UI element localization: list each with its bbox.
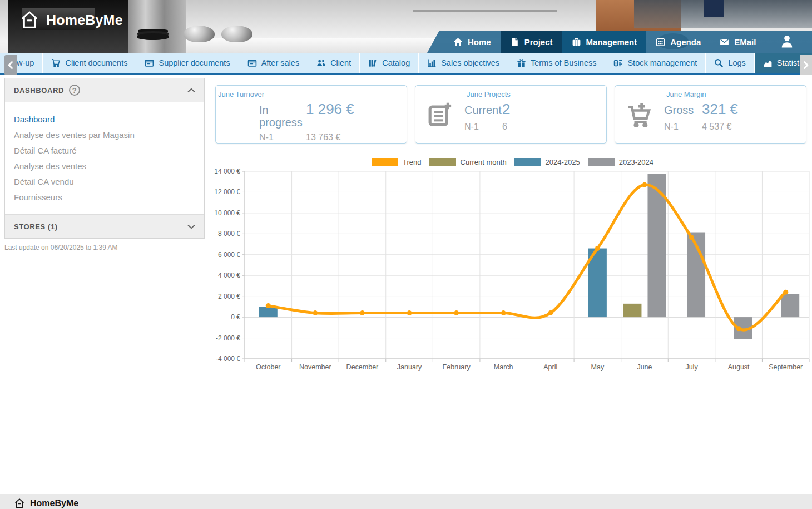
invoice-icon	[247, 58, 257, 68]
subnav-item-label: Client documents	[65, 58, 127, 67]
subnav-item-label: Terms of Business	[531, 58, 596, 67]
header-photo: HomeByMe HomeProjectManagementAgendaEMai…	[0, 0, 812, 53]
legend-swatch	[588, 158, 615, 166]
chevron-up-icon[interactable]	[187, 86, 195, 95]
legend-item-trend[interactable]: Trend	[372, 158, 421, 166]
subnav-item-w-up[interactable]: w-up	[14, 53, 42, 73]
chevron-left-icon	[6, 61, 15, 70]
subnav-item-client-documents[interactable]: Client documents	[42, 53, 136, 73]
svg-text:6 000 €: 6 000 €	[218, 251, 240, 259]
svg-text:December: December	[346, 363, 379, 371]
footer-logo-text: HomeByMe	[30, 498, 78, 508]
kpi-label: In progress	[259, 104, 306, 129]
kpi-value: 1 296 €	[306, 101, 354, 118]
help-icon[interactable]: ?	[69, 85, 80, 96]
legend-swatch	[429, 158, 456, 166]
kpi-row: Current 2	[464, 101, 606, 118]
subnav-item-label: Logs	[728, 58, 745, 67]
kpi-content: June Turnover In progress 1 296 € N-1 13…	[216, 86, 407, 143]
subnav-item-supplier-documents[interactable]: Supplier documents	[136, 53, 238, 73]
cart-icon	[51, 58, 61, 68]
tab-management[interactable]: Management	[562, 31, 647, 53]
kpi-content: June Projects Current 2 N-1 6	[464, 86, 606, 143]
kpi-value: 2	[502, 101, 510, 118]
subnav-item-sales-objectives[interactable]: Sales objectives	[418, 53, 508, 73]
sidebar-item-analyse-des-ventes-par-magasin[interactable]: Analyse des ventes par Magasin	[14, 127, 195, 143]
tab-project[interactable]: Project	[501, 31, 562, 53]
legend-item-2024-2025[interactable]: 2024-2025	[514, 158, 580, 166]
subnav-item-catalog[interactable]: Catalog	[359, 53, 418, 73]
kpi-row: N-1 13 763 €	[259, 131, 407, 144]
kpi-card-june-margin: June Margin Gross 321 € N-1 4 537 €	[615, 85, 806, 144]
kpi-value: 6	[502, 122, 507, 132]
subnav-item-logs[interactable]: Logs	[705, 53, 754, 73]
user-menu-button[interactable]	[771, 31, 803, 53]
sidebar-item-d-tail-ca-factur[interactable]: Détail CA facturé	[14, 143, 195, 159]
chevron-right-icon	[801, 61, 810, 70]
sidebar-item-d-tail-ca-vendu[interactable]: Détail CA vendu	[14, 174, 195, 190]
legend-item-2023-2024[interactable]: 2023-2024	[588, 158, 653, 166]
people-icon	[316, 58, 326, 68]
sidebar-section-stores[interactable]: STORES (1)	[5, 214, 204, 238]
sidebar-item-fournisseurs[interactable]: Fournisseurs	[14, 190, 195, 205]
legend-item-current-month[interactable]: Current month	[429, 158, 507, 166]
svg-text:February: February	[443, 363, 471, 371]
subnav-item-stock-management[interactable]: Stock management	[605, 53, 705, 73]
turnover-chart: Trend Current month 2024-2025 2023-2024 …	[214, 156, 811, 379]
kpi-label: Gross	[664, 104, 702, 116]
svg-text:4 000 €: 4 000 €	[218, 271, 240, 279]
kpi-row: In progress 1 296 €	[259, 101, 407, 129]
nav-scroll-left-button[interactable]	[4, 55, 17, 75]
homebyme-house-icon	[18, 9, 41, 31]
sidebar-item-analyse-des-ventes[interactable]: Analyse des ventes	[14, 159, 195, 174]
last-update-text: Last update on 06/20/2025 to 1:39 AM	[4, 244, 118, 251]
subnav-item-client[interactable]: Client	[308, 53, 359, 73]
legend-label: Current month	[461, 158, 507, 166]
chart-legend: Trend Current month 2024-2025 2023-2024	[214, 156, 811, 167]
kpi-label: N-1	[664, 121, 702, 133]
svg-text:2 000 €: 2 000 €	[218, 293, 240, 300]
legend-label: Trend	[403, 158, 421, 166]
tab-email[interactable]: EMail	[710, 31, 765, 53]
svg-text:8 000 €: 8 000 €	[218, 230, 240, 238]
svg-text:March: March	[494, 363, 513, 371]
user-icon	[780, 34, 794, 49]
document-icon	[510, 37, 519, 47]
decor-bowl	[184, 26, 215, 42]
svg-text:August: August	[728, 363, 750, 371]
invoice-icon	[145, 58, 154, 68]
kpi-row: Gross 321 €	[664, 101, 806, 118]
svg-text:0 €: 0 €	[231, 313, 240, 321]
svg-text:12 000 €: 12 000 €	[214, 188, 240, 196]
calendar-icon	[656, 37, 665, 47]
svg-text:October: October	[256, 363, 280, 371]
kpi-card-june-turnover: June Turnover In progress 1 296 € N-1 13…	[215, 85, 407, 144]
svg-text:-2 000 €: -2 000 €	[216, 334, 240, 342]
gift-icon	[517, 58, 526, 68]
subnav-item-label: Sales objectives	[441, 58, 499, 67]
sidebar-section-dashboard[interactable]: DASHBOARD ?	[5, 78, 204, 102]
svg-text:November: November	[299, 363, 331, 371]
subnav-item-label: After sales	[261, 58, 300, 67]
home-icon	[453, 37, 463, 47]
svg-text:April: April	[543, 363, 557, 371]
kpi-row: N-1 4 537 €	[664, 121, 806, 133]
subnav-item-label: Client	[330, 58, 351, 67]
stats-icon	[763, 58, 773, 68]
tab-label: EMail	[734, 37, 756, 47]
sidebar-item-dashboard[interactable]: Dashboard	[14, 112, 195, 127]
legend-swatch	[514, 158, 541, 166]
nav-scroll-right-button[interactable]	[800, 55, 812, 75]
svg-text:14 000 €: 14 000 €	[214, 168, 240, 175]
subnav-item-after-sales[interactable]: After sales	[239, 53, 308, 73]
kpi-label: Current	[464, 104, 502, 116]
sidebar-stores-title: STORES (1)	[14, 223, 58, 231]
svg-text:September: September	[769, 363, 803, 371]
subnav-item-terms-of-business[interactable]: Terms of Business	[508, 53, 605, 73]
tab-home[interactable]: Home	[444, 31, 501, 53]
tab-agenda[interactable]: Agenda	[646, 31, 710, 53]
project-add-icon	[415, 86, 464, 143]
chevron-down-icon[interactable]	[187, 223, 195, 231]
homebyme-house-icon	[13, 497, 26, 509]
subnav-item-label: w-up	[17, 58, 34, 67]
